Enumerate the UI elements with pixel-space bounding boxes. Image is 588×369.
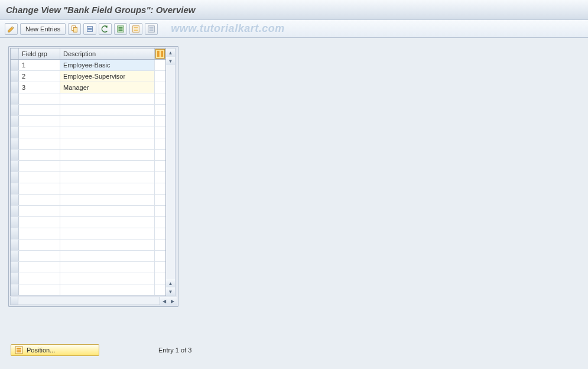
table-row-empty[interactable] <box>11 262 165 273</box>
cell-description[interactable] <box>60 138 155 149</box>
scroll-left-icon[interactable]: ◀ <box>160 297 168 305</box>
cell-field-grp[interactable]: 2 <box>19 71 60 82</box>
horizontal-scrollbar[interactable]: ◀ ▶ <box>10 297 177 305</box>
scroll-right-icon[interactable]: ▶ <box>168 297 177 305</box>
table-row-empty[interactable] <box>11 150 165 161</box>
table-row-empty[interactable] <box>11 116 165 127</box>
copy-as-button[interactable] <box>68 23 81 35</box>
row-selector[interactable] <box>11 239 19 250</box>
cell-description[interactable] <box>60 284 155 295</box>
cell-description[interactable] <box>60 172 155 183</box>
cell-field-grp[interactable] <box>19 284 60 295</box>
row-selector[interactable] <box>11 217 19 228</box>
cell-description[interactable]: Employee-Supervisor <box>60 71 155 82</box>
row-selector[interactable] <box>11 116 19 127</box>
table-row-empty[interactable] <box>11 251 165 262</box>
cell-description[interactable] <box>60 262 155 273</box>
cell-field-grp[interactable] <box>19 116 60 127</box>
hscroll-track[interactable] <box>18 297 160 305</box>
table-row[interactable]: 2Employee-Supervisor <box>11 71 165 82</box>
cell-field-grp[interactable] <box>19 217 60 228</box>
row-selector[interactable] <box>11 228 19 239</box>
cell-field-grp[interactable] <box>19 273 60 284</box>
cell-field-grp[interactable]: 3 <box>19 82 60 93</box>
cell-description[interactable] <box>60 150 155 160</box>
cell-field-grp[interactable] <box>19 161 60 171</box>
row-selector[interactable] <box>11 60 19 70</box>
cell-description[interactable] <box>60 127 155 138</box>
vertical-scrollbar[interactable]: ▲ ▼ ▲ ▼ <box>166 48 176 296</box>
table-row-empty[interactable] <box>11 195 165 206</box>
table-row-empty[interactable] <box>11 172 165 183</box>
undo-change-button[interactable] <box>99 23 112 35</box>
select-block-button[interactable] <box>129 23 142 35</box>
cell-field-grp[interactable] <box>19 172 60 183</box>
table-row-empty[interactable] <box>11 105 165 116</box>
new-entries-button[interactable]: New Entries <box>20 23 66 35</box>
cell-description[interactable] <box>60 251 155 261</box>
table-settings-button[interactable] <box>155 48 165 59</box>
row-selector[interactable] <box>11 71 19 82</box>
row-selector[interactable] <box>11 105 19 115</box>
row-selector-header[interactable] <box>11 48 19 59</box>
cell-description[interactable] <box>60 161 155 171</box>
table-row-empty[interactable] <box>11 273 165 284</box>
cell-field-grp[interactable] <box>19 206 60 216</box>
cell-field-grp[interactable] <box>19 93 60 104</box>
cell-field-grp[interactable] <box>19 127 60 138</box>
cell-description[interactable] <box>60 116 155 127</box>
row-selector[interactable] <box>11 127 19 138</box>
cell-field-grp[interactable] <box>19 183 60 194</box>
scroll-up2-icon[interactable]: ▲ <box>166 279 175 287</box>
row-selector[interactable] <box>11 172 19 183</box>
table-row-empty[interactable] <box>11 93 165 105</box>
row-selector[interactable] <box>11 82 19 93</box>
cell-field-grp[interactable] <box>19 195 60 205</box>
table-row-empty[interactable] <box>11 161 165 172</box>
table-row-empty[interactable] <box>11 284 165 296</box>
table-row-empty[interactable] <box>11 127 165 138</box>
row-selector[interactable] <box>11 262 19 273</box>
cell-description[interactable] <box>60 183 155 194</box>
cell-field-grp[interactable] <box>19 105 60 115</box>
deselect-all-button[interactable] <box>145 23 158 35</box>
row-selector[interactable] <box>11 183 19 194</box>
cell-field-grp[interactable] <box>19 150 60 160</box>
table-row-empty[interactable] <box>11 239 165 251</box>
cell-description[interactable] <box>60 93 155 104</box>
cell-description[interactable] <box>60 195 155 205</box>
cell-description[interactable] <box>60 239 155 250</box>
cell-description[interactable] <box>60 206 155 216</box>
row-selector[interactable] <box>11 161 19 171</box>
row-selector[interactable] <box>11 273 19 284</box>
row-selector[interactable] <box>11 93 19 104</box>
row-selector[interactable] <box>11 195 19 205</box>
select-all-button[interactable] <box>114 23 127 35</box>
row-selector[interactable] <box>11 284 19 295</box>
row-selector[interactable] <box>11 251 19 261</box>
table-row-empty[interactable] <box>11 228 165 239</box>
cell-description[interactable] <box>60 105 155 115</box>
position-button[interactable]: Position... <box>11 344 99 356</box>
row-selector[interactable] <box>11 150 19 160</box>
table-row[interactable]: 3Manager <box>11 82 165 93</box>
cell-description[interactable] <box>60 217 155 228</box>
table-row-empty[interactable] <box>11 206 165 217</box>
row-selector[interactable] <box>11 206 19 216</box>
scroll-up-icon[interactable]: ▲ <box>166 48 175 57</box>
delete-button[interactable] <box>83 23 96 35</box>
cell-field-grp[interactable] <box>19 239 60 250</box>
scroll-track[interactable] <box>166 65 175 279</box>
cell-field-grp[interactable] <box>19 138 60 149</box>
toggle-display-change-button[interactable] <box>5 23 18 35</box>
cell-description[interactable]: Manager <box>60 82 155 93</box>
table-row-empty[interactable] <box>11 138 165 150</box>
scroll-down-icon[interactable]: ▼ <box>166 57 175 65</box>
table-row-empty[interactable] <box>11 183 165 195</box>
row-selector[interactable] <box>11 138 19 149</box>
column-header-field-grp[interactable]: Field grp <box>19 48 60 59</box>
table-row-empty[interactable] <box>11 217 165 228</box>
column-header-description[interactable]: Description <box>60 48 155 59</box>
scroll-down2-icon[interactable]: ▼ <box>166 287 175 296</box>
cell-field-grp[interactable] <box>19 262 60 273</box>
